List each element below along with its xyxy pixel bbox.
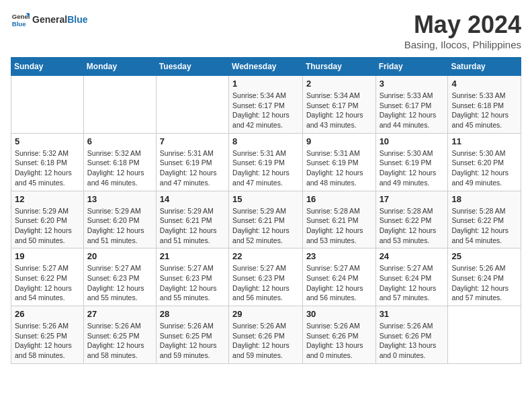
- calendar-cell: 11Sunrise: 5:30 AM Sunset: 6:20 PM Dayli…: [448, 133, 521, 191]
- day-number: 8: [232, 136, 299, 146]
- day-info: Sunrise: 5:28 AM Sunset: 6:21 PM Dayligh…: [306, 206, 372, 246]
- day-number: 20: [87, 251, 152, 261]
- day-number: 25: [451, 251, 517, 261]
- logo-icon: General Blue: [11, 11, 30, 30]
- calendar-cell: 12Sunrise: 5:29 AM Sunset: 6:20 PM Dayli…: [11, 191, 84, 248]
- day-info: Sunrise: 5:27 AM Sunset: 6:23 PM Dayligh…: [160, 263, 225, 303]
- calendar-cell: 4Sunrise: 5:33 AM Sunset: 6:18 PM Daylig…: [448, 76, 521, 134]
- day-info: Sunrise: 5:26 AM Sunset: 6:26 PM Dayligh…: [306, 321, 372, 361]
- day-info: Sunrise: 5:27 AM Sunset: 6:24 PM Dayligh…: [380, 263, 445, 303]
- day-number: 16: [306, 194, 372, 204]
- calendar-cell: 27Sunrise: 5:26 AM Sunset: 6:25 PM Dayli…: [83, 306, 156, 364]
- day-info: Sunrise: 5:27 AM Sunset: 6:24 PM Dayligh…: [306, 263, 372, 303]
- calendar-cell: 16Sunrise: 5:28 AM Sunset: 6:21 PM Dayli…: [302, 191, 375, 248]
- day-info: Sunrise: 5:32 AM Sunset: 6:18 PM Dayligh…: [15, 148, 80, 188]
- day-number: 17: [380, 194, 445, 204]
- day-number: 28: [160, 309, 225, 319]
- calendar-cell: 20Sunrise: 5:27 AM Sunset: 6:23 PM Dayli…: [83, 248, 156, 306]
- calendar-cell: 7Sunrise: 5:31 AM Sunset: 6:19 PM Daylig…: [156, 133, 228, 191]
- day-info: Sunrise: 5:29 AM Sunset: 6:21 PM Dayligh…: [160, 206, 225, 246]
- location: Basing, Ilocos, Philippines: [404, 39, 521, 50]
- day-number: 5: [15, 136, 80, 146]
- day-number: 7: [160, 136, 225, 146]
- day-info: Sunrise: 5:27 AM Sunset: 6:23 PM Dayligh…: [87, 263, 152, 303]
- calendar-cell: 10Sunrise: 5:30 AM Sunset: 6:19 PM Dayli…: [375, 133, 448, 191]
- calendar-cell: 19Sunrise: 5:27 AM Sunset: 6:22 PM Dayli…: [11, 248, 84, 306]
- calendar-cell: 6Sunrise: 5:32 AM Sunset: 6:18 PM Daylig…: [83, 133, 156, 191]
- day-number: 27: [87, 309, 152, 319]
- day-number: 9: [306, 136, 372, 146]
- day-number: 6: [87, 136, 152, 146]
- weekday-header: Wednesday: [229, 58, 303, 76]
- calendar-week-row: 12Sunrise: 5:29 AM Sunset: 6:20 PM Dayli…: [11, 191, 521, 248]
- day-number: 15: [232, 194, 299, 204]
- day-number: 10: [380, 136, 445, 146]
- day-number: 18: [451, 194, 517, 204]
- calendar-cell: [83, 76, 156, 134]
- day-info: Sunrise: 5:26 AM Sunset: 6:26 PM Dayligh…: [380, 321, 445, 361]
- day-info: Sunrise: 5:33 AM Sunset: 6:18 PM Dayligh…: [451, 91, 517, 130]
- day-info: Sunrise: 5:28 AM Sunset: 6:22 PM Dayligh…: [451, 206, 517, 246]
- calendar-cell: 28Sunrise: 5:26 AM Sunset: 6:25 PM Dayli…: [156, 306, 228, 364]
- calendar-cell: 3Sunrise: 5:33 AM Sunset: 6:17 PM Daylig…: [375, 76, 448, 134]
- day-info: Sunrise: 5:31 AM Sunset: 6:19 PM Dayligh…: [232, 148, 299, 188]
- calendar-cell: 26Sunrise: 5:26 AM Sunset: 6:25 PM Dayli…: [11, 306, 84, 364]
- calendar-cell: [448, 306, 521, 364]
- day-number: 3: [380, 79, 445, 89]
- page-header: General Blue GeneralBlue May 2024 Basing…: [11, 11, 521, 50]
- calendar-week-row: 26Sunrise: 5:26 AM Sunset: 6:25 PM Dayli…: [11, 306, 521, 364]
- calendar-cell: 13Sunrise: 5:29 AM Sunset: 6:20 PM Dayli…: [83, 191, 156, 248]
- calendar-table: SundayMondayTuesdayWednesdayThursdayFrid…: [11, 57, 521, 364]
- calendar-cell: 24Sunrise: 5:27 AM Sunset: 6:24 PM Dayli…: [375, 248, 448, 306]
- day-number: 1: [232, 79, 299, 89]
- calendar-cell: 14Sunrise: 5:29 AM Sunset: 6:21 PM Dayli…: [156, 191, 228, 248]
- calendar-cell: 23Sunrise: 5:27 AM Sunset: 6:24 PM Dayli…: [302, 248, 375, 306]
- day-info: Sunrise: 5:26 AM Sunset: 6:26 PM Dayligh…: [232, 321, 299, 361]
- calendar-cell: 21Sunrise: 5:27 AM Sunset: 6:23 PM Dayli…: [156, 248, 228, 306]
- day-info: Sunrise: 5:29 AM Sunset: 6:20 PM Dayligh…: [87, 206, 152, 246]
- calendar-cell: 5Sunrise: 5:32 AM Sunset: 6:18 PM Daylig…: [11, 133, 84, 191]
- calendar-week-row: 19Sunrise: 5:27 AM Sunset: 6:22 PM Dayli…: [11, 248, 521, 306]
- month-title: May 2024: [404, 11, 521, 39]
- day-number: 2: [306, 79, 372, 89]
- day-info: Sunrise: 5:32 AM Sunset: 6:18 PM Dayligh…: [87, 148, 152, 188]
- calendar-cell: 15Sunrise: 5:29 AM Sunset: 6:21 PM Dayli…: [229, 191, 303, 248]
- day-info: Sunrise: 5:26 AM Sunset: 6:25 PM Dayligh…: [15, 321, 80, 361]
- day-info: Sunrise: 5:31 AM Sunset: 6:19 PM Dayligh…: [160, 148, 225, 188]
- day-info: Sunrise: 5:33 AM Sunset: 6:17 PM Dayligh…: [380, 91, 445, 130]
- day-number: 11: [451, 136, 517, 146]
- calendar-cell: 2Sunrise: 5:34 AM Sunset: 6:17 PM Daylig…: [302, 76, 375, 134]
- day-number: 24: [380, 251, 445, 261]
- day-number: 13: [87, 194, 152, 204]
- weekday-header: Thursday: [302, 58, 375, 76]
- calendar-cell: 22Sunrise: 5:27 AM Sunset: 6:23 PM Dayli…: [229, 248, 303, 306]
- calendar-cell: [156, 76, 228, 134]
- day-info: Sunrise: 5:27 AM Sunset: 6:23 PM Dayligh…: [232, 263, 299, 303]
- day-info: Sunrise: 5:29 AM Sunset: 6:21 PM Dayligh…: [232, 206, 299, 246]
- logo: General Blue GeneralBlue: [11, 11, 87, 30]
- weekday-header: Monday: [83, 58, 156, 76]
- day-info: Sunrise: 5:31 AM Sunset: 6:19 PM Dayligh…: [306, 148, 372, 188]
- calendar-cell: 9Sunrise: 5:31 AM Sunset: 6:19 PM Daylig…: [302, 133, 375, 191]
- logo-general: General: [32, 14, 67, 25]
- day-number: 23: [306, 251, 372, 261]
- calendar-cell: 30Sunrise: 5:26 AM Sunset: 6:26 PM Dayli…: [302, 306, 375, 364]
- day-info: Sunrise: 5:34 AM Sunset: 6:17 PM Dayligh…: [306, 91, 372, 130]
- calendar-cell: 17Sunrise: 5:28 AM Sunset: 6:22 PM Dayli…: [375, 191, 448, 248]
- day-number: 31: [380, 309, 445, 319]
- day-info: Sunrise: 5:26 AM Sunset: 6:25 PM Dayligh…: [160, 321, 225, 361]
- day-number: 26: [15, 309, 80, 319]
- calendar-cell: 29Sunrise: 5:26 AM Sunset: 6:26 PM Dayli…: [229, 306, 303, 364]
- calendar-cell: 18Sunrise: 5:28 AM Sunset: 6:22 PM Dayli…: [448, 191, 521, 248]
- day-info: Sunrise: 5:26 AM Sunset: 6:24 PM Dayligh…: [451, 263, 517, 303]
- logo-blue: Blue: [67, 14, 87, 25]
- day-info: Sunrise: 5:30 AM Sunset: 6:19 PM Dayligh…: [380, 148, 445, 188]
- weekday-header: Saturday: [448, 58, 521, 76]
- day-number: 21: [160, 251, 225, 261]
- svg-text:Blue: Blue: [12, 20, 26, 28]
- calendar-cell: 1Sunrise: 5:34 AM Sunset: 6:17 PM Daylig…: [229, 76, 303, 134]
- calendar-cell: 31Sunrise: 5:26 AM Sunset: 6:26 PM Dayli…: [375, 306, 448, 364]
- calendar-week-row: 5Sunrise: 5:32 AM Sunset: 6:18 PM Daylig…: [11, 133, 521, 191]
- day-info: Sunrise: 5:34 AM Sunset: 6:17 PM Dayligh…: [232, 91, 299, 130]
- calendar-cell: 25Sunrise: 5:26 AM Sunset: 6:24 PM Dayli…: [448, 248, 521, 306]
